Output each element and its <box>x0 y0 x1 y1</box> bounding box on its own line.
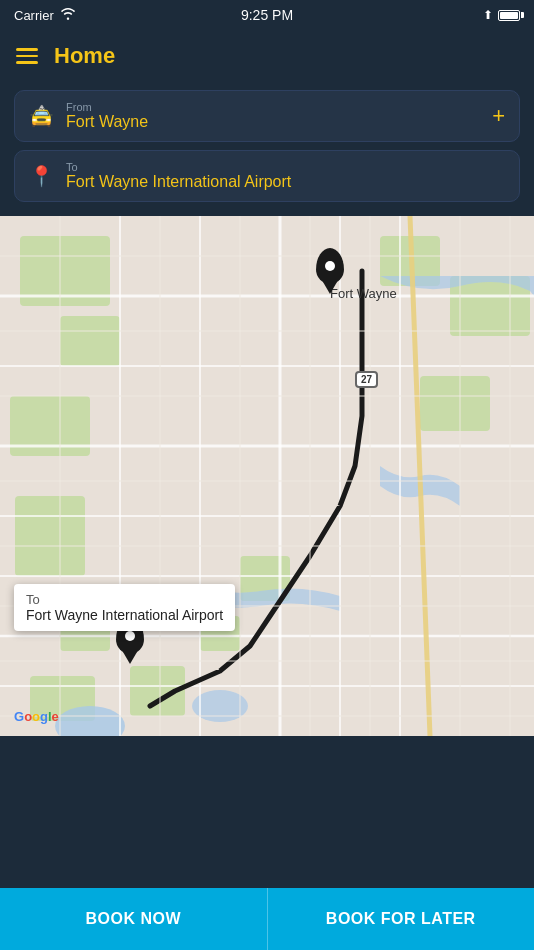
map-area[interactable]: Fort Wayne 27 Fort WayneInt'l Airport To… <box>0 216 534 736</box>
start-pin-body <box>316 248 344 284</box>
header: Home <box>0 30 534 82</box>
to-value: Fort Wayne International Airport <box>66 173 505 191</box>
google-g: G <box>14 709 24 724</box>
map-tooltip: To Fort Wayne International Airport <box>14 584 235 631</box>
fort-wayne-map-label: Fort Wayne <box>330 286 397 301</box>
status-right: ⬆ <box>483 8 520 22</box>
location-arrow-icon: ⬆ <box>483 8 493 22</box>
google-o1: o <box>24 709 32 724</box>
hamburger-menu-button[interactable] <box>16 48 38 64</box>
status-left: Carrier <box>14 8 76 23</box>
carrier-label: Carrier <box>14 8 54 23</box>
google-logo: Google <box>14 709 59 724</box>
road-badge: 27 <box>355 371 378 388</box>
pin-inner-dot <box>325 261 335 271</box>
from-label: From <box>66 101 480 113</box>
status-time: 9:25 PM <box>241 7 293 23</box>
book-now-button[interactable]: BOOK NOW <box>0 888 268 950</box>
google-e: e <box>52 709 59 724</box>
google-o2: o <box>32 709 40 724</box>
svg-rect-12 <box>420 376 490 431</box>
destination-pin-icon: 📍 <box>29 164 54 188</box>
to-field-content: To Fort Wayne International Airport <box>66 161 505 191</box>
start-pin <box>316 248 344 284</box>
tooltip-title: To <box>26 592 223 607</box>
status-bar: Carrier 9:25 PM ⬆ <box>0 0 534 30</box>
to-label: To <box>66 161 505 173</box>
to-field[interactable]: 📍 To Fort Wayne International Airport <box>14 150 520 202</box>
end-pin-inner <box>125 631 135 641</box>
from-value: Fort Wayne <box>66 113 480 131</box>
from-field[interactable]: 🚖 From Fort Wayne + <box>14 90 520 142</box>
add-stop-button[interactable]: + <box>492 103 505 129</box>
google-g2: g <box>40 709 48 724</box>
map-background <box>0 216 534 736</box>
bottom-buttons: BOOK NOW BOOK FOR LATER <box>0 888 534 950</box>
tooltip-value: Fort Wayne International Airport <box>26 607 223 623</box>
route-inputs: 🚖 From Fort Wayne + 📍 To Fort Wayne Inte… <box>0 82 534 216</box>
taxi-icon: 🚖 <box>29 104 54 128</box>
battery-icon <box>498 10 520 21</box>
from-field-content: From Fort Wayne <box>66 101 480 131</box>
wifi-icon <box>60 8 76 23</box>
page-title: Home <box>54 43 115 69</box>
svg-rect-4 <box>15 496 85 576</box>
book-later-button[interactable]: BOOK FOR LATER <box>268 888 535 950</box>
svg-rect-2 <box>60 316 120 366</box>
